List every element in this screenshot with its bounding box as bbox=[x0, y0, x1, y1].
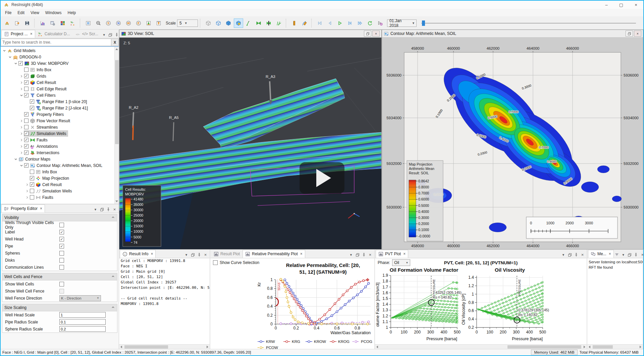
tree-item-map-projection[interactable]: Map Projection bbox=[1, 175, 114, 181]
expander-closed-icon[interactable] bbox=[19, 74, 24, 79]
scrollbar-thumb[interactable] bbox=[507, 345, 581, 349]
import-case-button[interactable] bbox=[12, 18, 22, 28]
tab-result-plot[interactable]: Result Plot bbox=[211, 250, 243, 258]
mesh-surface-view-button[interactable] bbox=[214, 18, 223, 28]
collapse-icon[interactable] bbox=[111, 305, 115, 310]
view3d-viewport[interactable]: R_A2R_A3R_A5Z: 5Cell Results:MOBPORV4148… bbox=[119, 38, 381, 249]
panel-menu-button[interactable]: ▼ bbox=[348, 252, 354, 258]
view-north-button[interactable]: N bbox=[114, 18, 123, 28]
tree-checkbox[interactable] bbox=[30, 195, 34, 199]
expander-closed-icon[interactable] bbox=[25, 182, 30, 187]
scroll-right-icon[interactable] bbox=[640, 346, 641, 348]
new-view-button[interactable] bbox=[48, 18, 57, 28]
menu-windows[interactable]: Windows bbox=[42, 9, 65, 16]
tree-item-range-filter-2-j-slice-41[interactable]: Range Filter 2 [J-slice 41] bbox=[1, 105, 114, 111]
scroll-left-icon[interactable] bbox=[589, 346, 590, 348]
view-west-button[interactable]: W bbox=[124, 18, 133, 28]
tree-item-cell-result[interactable]: Cell Result bbox=[1, 79, 114, 86]
expander-open-icon[interactable] bbox=[2, 48, 7, 53]
expander-closed-icon[interactable] bbox=[19, 150, 24, 155]
tree-item-drogon-0[interactable]: DROGON-0 bbox=[1, 54, 114, 60]
tree-item-streamlines[interactable]: Streamlines bbox=[1, 124, 114, 130]
tree-checkbox[interactable] bbox=[24, 163, 29, 168]
view3d-title-bar[interactable]: 3D View: SOIL × bbox=[119, 30, 381, 38]
tree-item-faults-2[interactable]: Faults bbox=[1, 194, 114, 201]
expander-closed-icon[interactable] bbox=[19, 87, 24, 91]
tree-item-info-box-2[interactable]: Info Box bbox=[1, 169, 114, 175]
select-well-fence-direction[interactable]: K - Direction▼ bbox=[59, 295, 101, 301]
collapse-icon[interactable] bbox=[111, 215, 115, 220]
tree-item-contour-map-arithmetic-mean-soil[interactable]: Contour Map: Arithmetic Mean, SOIL bbox=[1, 162, 114, 169]
open-project-button[interactable] bbox=[2, 18, 12, 28]
tree-checkbox[interactable] bbox=[24, 87, 29, 91]
plot-main-window-button[interactable] bbox=[38, 18, 47, 28]
tree-checkbox[interactable] bbox=[24, 112, 29, 117]
result-info-hscrollbar[interactable] bbox=[119, 344, 210, 349]
panel-float-button[interactable] bbox=[190, 252, 196, 258]
checkbox-well-head[interactable] bbox=[59, 237, 64, 241]
close-button[interactable]: × bbox=[629, 1, 643, 9]
expander-open-icon[interactable] bbox=[13, 157, 18, 162]
panel-menu-button[interactable]: ▼ bbox=[183, 252, 190, 258]
surface-view-button[interactable] bbox=[224, 18, 233, 28]
checkbox-pipe[interactable] bbox=[59, 244, 64, 249]
checkbox-wells-through-visible-cells-only[interactable] bbox=[59, 223, 64, 227]
calculator-button[interactable]: %-x+ bbox=[68, 18, 77, 28]
expander-closed-icon[interactable] bbox=[19, 125, 24, 130]
tree-checkbox[interactable] bbox=[30, 182, 34, 187]
video-play-overlay[interactable] bbox=[300, 162, 344, 194]
tree-item-cell-result-2[interactable]: Cell Result bbox=[1, 181, 114, 188]
panel-float-button[interactable] bbox=[107, 32, 114, 38]
panel-menu-button[interactable]: ▼ bbox=[560, 252, 567, 258]
expander-closed-icon[interactable] bbox=[19, 131, 24, 136]
section-header-size-scaling[interactable]: Size Scaling bbox=[2, 304, 117, 311]
checkbox-show-well-cells[interactable] bbox=[59, 282, 64, 286]
filter-msg-icon[interactable] bbox=[614, 252, 620, 258]
panel-menu-button[interactable]: ▼ bbox=[92, 206, 99, 213]
collapse-icon[interactable] bbox=[111, 274, 115, 279]
menu-view[interactable]: View bbox=[28, 9, 42, 16]
tree-checkbox[interactable] bbox=[24, 150, 29, 155]
tree-checkbox[interactable] bbox=[24, 138, 29, 142]
anim-next-button[interactable] bbox=[345, 18, 355, 28]
view3d-restore-button[interactable] bbox=[364, 31, 371, 37]
menu-help[interactable]: Help bbox=[65, 9, 79, 16]
expander-open-icon[interactable] bbox=[8, 55, 12, 59]
scroll-up-icon[interactable] bbox=[115, 48, 118, 50]
checkbox-communication-lines[interactable] bbox=[59, 265, 64, 270]
scroll-right-icon[interactable] bbox=[584, 346, 585, 348]
tree-item-faults[interactable]: Faults bbox=[1, 137, 114, 143]
checkbox-show-well-cell-fence[interactable] bbox=[59, 289, 64, 294]
tab-property-editor[interactable]: Property Editor× bbox=[1, 205, 45, 213]
checkbox-spheres[interactable] bbox=[59, 251, 64, 256]
tree-checkbox[interactable] bbox=[24, 80, 29, 85]
tree-item-property-filters[interactable]: Property Filters bbox=[1, 111, 114, 118]
measure-polyline-button[interactable] bbox=[300, 18, 309, 28]
tree-checkbox[interactable] bbox=[30, 106, 34, 110]
tree-item-contour-maps[interactable]: Contour Maps bbox=[1, 156, 114, 162]
show-well-paths-button[interactable] bbox=[274, 18, 283, 28]
tree-item-grid-models[interactable]: Grid Models bbox=[1, 47, 114, 54]
anim-first-button[interactable] bbox=[315, 18, 324, 28]
view-up-button[interactable] bbox=[154, 18, 163, 28]
panel-close-button[interactable]: × bbox=[579, 252, 586, 258]
scroll-left-icon[interactable] bbox=[376, 346, 378, 348]
expander-open-icon[interactable] bbox=[19, 163, 24, 168]
view-south-button[interactable]: S bbox=[104, 18, 113, 28]
tree-checkbox[interactable] bbox=[24, 93, 29, 97]
tree-item-range-filter-1-i-slice-20[interactable]: Range Filter 1 [I-slice 20] bbox=[1, 98, 114, 105]
menu-file[interactable]: File bbox=[2, 9, 14, 16]
expander-closed-icon[interactable] bbox=[19, 80, 24, 85]
checkbox-disks[interactable] bbox=[59, 258, 64, 263]
draw-well-button[interactable] bbox=[244, 18, 253, 28]
tab-result-info[interactable]: iResult Info× bbox=[120, 250, 156, 258]
close-icon[interactable]: × bbox=[151, 252, 153, 256]
checkbox-label[interactable] bbox=[59, 230, 64, 234]
panel-pin-button[interactable] bbox=[573, 252, 579, 258]
maximize-button[interactable]: ▢ bbox=[614, 1, 629, 9]
tab-messages[interactable]: Me...× bbox=[588, 250, 614, 258]
close-icon[interactable]: × bbox=[403, 252, 406, 256]
panel-float-button[interactable] bbox=[99, 206, 105, 213]
expander-closed-icon[interactable] bbox=[25, 195, 30, 200]
contour-map-view[interactable]: 4580004580004600004600004620004620004640… bbox=[382, 38, 643, 249]
